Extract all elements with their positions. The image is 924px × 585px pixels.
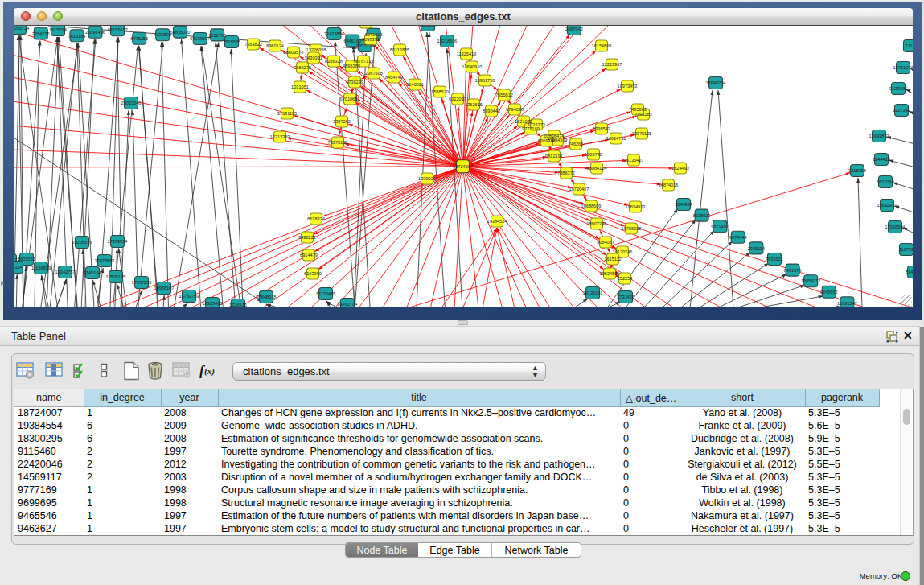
svg-text:6193990: 6193990 [304,271,322,276]
svg-text:28809570: 28809570 [284,50,304,55]
svg-text:80112805: 80112805 [390,47,409,52]
svg-text:5098393: 5098393 [362,37,380,42]
svg-text:64835030: 64835030 [170,30,191,35]
svg-text:6879197: 6879197 [711,224,729,229]
svg-text:19654923: 19654923 [626,204,646,209]
svg-text:3387262: 3387262 [333,119,351,124]
svg-text:10958107: 10958107 [154,286,175,290]
svg-text:3498222: 3498222 [298,235,316,240]
svg-text:2935114: 2935114 [748,246,765,251]
svg-text:8471676: 8471676 [784,268,802,273]
svg-text:14055724: 14055724 [14,26,29,31]
svg-text:34624751: 34624751 [606,136,626,141]
svg-text:20053346: 20053346 [121,101,142,105]
svg-text:14136141: 14136141 [583,290,603,295]
svg-text:19756928: 19756928 [622,226,642,231]
svg-text:18640910: 18640910 [462,64,483,69]
svg-text:19218506: 19218506 [437,39,458,43]
svg-text:37631165: 37631165 [277,111,297,116]
svg-text:12975125: 12975125 [632,131,652,136]
svg-text:6475255: 6475255 [130,36,148,41]
svg-text:12323468: 12323468 [203,301,223,306]
svg-text:1824493: 1824493 [671,166,689,171]
svg-text:2654235: 2654235 [32,31,50,36]
svg-text:2687642: 2687642 [565,27,583,31]
svg-text:8960124: 8960124 [266,43,284,48]
svg-text:39154: 39154 [14,265,23,270]
svg-text:5430391: 5430391 [305,56,322,60]
svg-text:8148932: 8148932 [906,270,913,274]
svg-text:7886372: 7886372 [557,171,575,175]
svg-text:6466160: 6466160 [343,39,361,43]
svg-text:3215958: 3215958 [848,168,866,173]
svg-text:7991183: 7991183 [634,112,651,117]
svg-text:1052760: 1052760 [208,33,226,38]
svg-text:20206576: 20206576 [72,240,92,245]
svg-text:73178108: 73178108 [328,140,348,145]
svg-text:1117: 1117 [906,43,913,48]
svg-text:1244415: 1244415 [873,157,890,162]
svg-text:7955812: 7955812 [495,93,513,97]
svg-text:1226916: 1226916 [229,303,247,307]
svg-text:1588520: 1588520 [431,89,449,94]
svg-text:20091406: 20091406 [85,30,105,35]
svg-text:16154808: 16154808 [592,43,612,48]
svg-text:97848018: 97848018 [257,295,277,299]
svg-text:64139537: 64139537 [190,36,210,41]
svg-text:15720407: 15720407 [569,187,589,192]
svg-text:1071913: 1071913 [365,32,383,37]
svg-text:252254: 252254 [618,276,633,281]
svg-text:1080748: 1080748 [585,152,602,157]
svg-text:17957255: 17957255 [132,280,152,285]
svg-text:7485063: 7485063 [629,107,647,112]
svg-text:1362615: 1362615 [465,102,483,107]
svg-text:8454749: 8454749 [385,75,403,80]
svg-text:16648784: 16648784 [706,80,726,85]
svg-text:93103413: 93103413 [108,27,128,32]
svg-text:1145194: 1145194 [84,270,101,275]
svg-text:1326773: 1326773 [528,122,545,127]
svg-text:1635061: 1635061 [18,257,35,262]
svg-text:4192832: 4192832 [154,32,171,37]
svg-text:15716485: 15716485 [316,291,336,296]
svg-text:8990443: 8990443 [483,109,500,113]
svg-text:7515526: 7515526 [223,39,240,44]
svg-text:72423884: 72423884 [324,31,344,36]
svg-text:116753: 116753 [899,247,913,252]
svg-text:98084124: 98084124 [587,166,607,171]
svg-text:11156829: 11156829 [31,266,51,270]
svg-text:17359934: 17359934 [108,239,128,244]
svg-text:7357224: 7357224 [356,43,374,48]
svg-text:10688609: 10688609 [581,204,602,208]
svg-text:5009788: 5009788 [538,138,556,143]
svg-text:4896383: 4896383 [343,64,360,68]
svg-text:15692971: 15692971 [877,203,897,208]
svg-text:16961758: 16961758 [475,78,495,83]
svg-text:746266: 746266 [569,142,584,146]
svg-text:0812191: 0812191 [545,154,563,159]
svg-text:1615594: 1615594 [49,27,67,32]
svg-text:1330029: 1330029 [418,176,436,181]
svg-text:10654112: 10654112 [801,278,820,283]
svg-text:1615112: 1615112 [604,257,621,262]
svg-text:9474444: 9474444 [729,235,747,240]
svg-text:1621064: 1621064 [877,179,894,184]
svg-text:9227342: 9227342 [893,108,910,113]
svg-text:30975887: 30975887 [95,258,115,263]
svg-text:1031051: 1031051 [291,84,309,89]
svg-text:6794028: 6794028 [506,107,524,112]
svg-text:12505135: 12505135 [106,274,126,279]
svg-text:67010651: 67010651 [340,97,360,101]
svg-text:17016504: 17016504 [885,225,906,229]
svg-text:16091547: 16091547 [837,301,857,306]
svg-text:12213369: 12213369 [270,134,290,139]
svg-text:25135427: 25135427 [624,158,644,163]
svg-text:7163822: 7163822 [244,42,262,47]
svg-text:13226058: 13226058 [306,47,326,52]
svg-text:16120746: 16120746 [613,249,633,254]
svg-text:51462704: 51462704 [338,302,358,307]
svg-text:16782759: 16782759 [179,294,199,299]
svg-text:65787133: 65787133 [354,59,374,64]
svg-text:18724007: 18724007 [453,164,473,169]
svg-text:11325419: 11325419 [457,51,476,56]
